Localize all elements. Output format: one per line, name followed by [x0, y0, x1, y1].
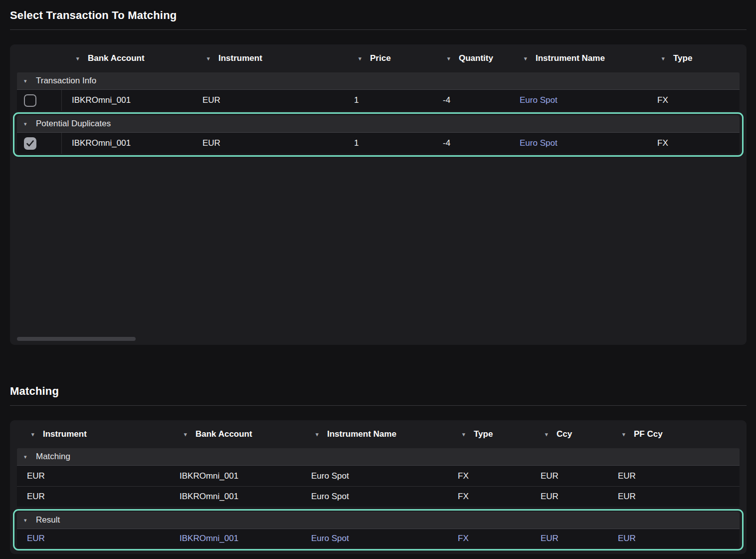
column-menu-arrow-icon[interactable]: ▾	[622, 432, 629, 437]
cell-ccy: EUR	[531, 492, 608, 502]
column-header-quantity[interactable]: ▾ Quantity	[433, 53, 510, 63]
column-menu-arrow-icon[interactable]: ▾	[207, 56, 213, 61]
section-title-select-transaction: Select Transaction To Matching	[10, 9, 747, 22]
cell-quantity: -4	[433, 95, 510, 105]
cell-bank-account: IBKROmni_001	[62, 138, 192, 148]
table-row-selected[interactable]: IBKROmni_001 EUR 1 -4 Euro Spot FX	[17, 133, 740, 154]
cell-instrument: EUR	[17, 534, 170, 544]
cell-ccy: EUR	[531, 471, 608, 481]
page: Select Transaction To Matching ▾ Bank Ac…	[0, 0, 756, 554]
cell-instrument: EUR	[192, 95, 344, 105]
cell-instrument: EUR	[192, 138, 344, 148]
column-header-pf-ccy[interactable]: ▾ PF Ccy	[608, 429, 742, 439]
transactions-table: ▾ Bank Account ▾ Instrument ▾ Price ▾ Qu…	[10, 44, 747, 345]
result-highlight: ▾ Result EUR IBKROmni_001 Euro Spot FX E…	[13, 509, 744, 551]
potential-duplicates-highlight: ▾ Potential Duplicates IBKROmni_001 EUR …	[13, 112, 744, 157]
column-header-label: PF Ccy	[634, 429, 663, 439]
cell-type: FX	[647, 95, 742, 105]
column-header-bank-account[interactable]: ▾ Bank Account	[62, 53, 192, 63]
column-header-label: Bank Account	[195, 429, 252, 439]
column-header-instrument[interactable]: ▾ Instrument	[17, 429, 170, 439]
column-menu-arrow-icon[interactable]: ▾	[184, 432, 190, 437]
column-header-instrument-name[interactable]: ▾ Instrument Name	[301, 429, 448, 439]
column-header-label: Instrument Name	[327, 429, 396, 439]
cell-price: 1	[344, 95, 433, 105]
column-menu-arrow-icon[interactable]: ▾	[31, 432, 38, 437]
cell-instrument: EUR	[17, 492, 170, 502]
cell-price: 1	[344, 138, 433, 148]
table-header-row: ▾ Bank Account ▾ Instrument ▾ Price ▾ Qu…	[17, 44, 740, 72]
group-collapse-icon[interactable]: ▾	[24, 454, 30, 460]
column-header-label: Price	[370, 53, 391, 63]
cell-instrument-name-link[interactable]: Euro Spot	[510, 95, 647, 105]
column-menu-arrow-icon[interactable]: ▾	[662, 56, 668, 61]
table-row[interactable]: IBKROmni_001 EUR 1 -4 Euro Spot FX	[17, 90, 740, 111]
cell-pf-ccy: EUR	[608, 471, 742, 481]
column-header-bank-account[interactable]: ▾ Bank Account	[170, 429, 301, 439]
column-header-label: Bank Account	[88, 53, 145, 63]
cell-type: FX	[448, 534, 531, 544]
column-menu-arrow-icon[interactable]: ▾	[359, 56, 365, 61]
cell-bank-account: IBKROmni_001	[170, 471, 301, 481]
column-header-instrument-name[interactable]: ▾ Instrument Name	[510, 53, 647, 63]
horizontal-scrollbar-thumb[interactable]	[17, 337, 136, 341]
column-header-label: Type	[474, 429, 493, 439]
cell-instrument-name: Euro Spot	[301, 534, 448, 544]
column-menu-arrow-icon[interactable]: ▾	[462, 432, 469, 437]
cell-bank-account: IBKROmni_001	[170, 534, 301, 544]
group-header-label: Result	[36, 515, 60, 525]
checkbox-cell	[17, 133, 62, 154]
row-checkbox-checked[interactable]	[24, 137, 36, 150]
column-menu-arrow-icon[interactable]: ▾	[447, 56, 454, 61]
column-header-label: Instrument	[218, 53, 262, 63]
cell-bank-account: IBKROmni_001	[62, 95, 192, 105]
table-header-row: ▾ Instrument ▾ Bank Account ▾ Instrument…	[17, 420, 740, 448]
cell-type: FX	[448, 492, 531, 502]
cell-pf-ccy: EUR	[608, 492, 742, 502]
group-collapse-icon[interactable]: ▾	[24, 518, 30, 523]
group-header-label: Transaction Info	[36, 76, 96, 86]
group-header-label: Matching	[36, 452, 70, 462]
cell-quantity: -4	[433, 138, 510, 148]
group-collapse-icon[interactable]: ▾	[24, 121, 30, 127]
select-transaction-section: Select Transaction To Matching ▾ Bank Ac…	[10, 9, 747, 345]
cell-instrument-name-link[interactable]: Euro Spot	[510, 138, 647, 148]
group-header-label: Potential Duplicates	[36, 119, 111, 129]
checkmark-icon	[26, 140, 34, 147]
group-header-matching[interactable]: ▾ Matching	[17, 448, 740, 466]
cell-pf-ccy: EUR	[608, 534, 742, 544]
checkbox-cell	[17, 90, 62, 111]
row-checkbox-unchecked[interactable]	[24, 94, 36, 107]
column-header-ccy[interactable]: ▾ Ccy	[531, 429, 608, 439]
table-row[interactable]: EUR IBKROmni_001 Euro Spot FX EUR EUR	[17, 466, 740, 486]
column-header-label: Instrument	[43, 429, 87, 439]
column-header-instrument[interactable]: ▾ Instrument	[192, 53, 344, 63]
column-menu-arrow-icon[interactable]: ▾	[316, 432, 322, 437]
cell-instrument-name: Euro Spot	[301, 471, 448, 481]
column-header-label: Instrument Name	[536, 53, 605, 63]
column-header-label: Type	[673, 53, 692, 63]
group-header-result[interactable]: ▾ Result	[17, 512, 740, 529]
column-header-label: Quantity	[459, 53, 493, 63]
result-row[interactable]: EUR IBKROmni_001 Euro Spot FX EUR EUR	[17, 529, 740, 548]
group-header-potential-duplicates[interactable]: ▾ Potential Duplicates	[17, 115, 740, 133]
column-header-label: Ccy	[557, 429, 572, 439]
matching-table: ▾ Instrument ▾ Bank Account ▾ Instrument…	[10, 420, 747, 554]
column-header-price[interactable]: ▾ Price	[344, 53, 433, 63]
cell-instrument-name: Euro Spot	[301, 492, 448, 502]
group-collapse-icon[interactable]: ▾	[24, 78, 30, 84]
column-menu-arrow-icon[interactable]: ▾	[524, 56, 531, 61]
column-menu-arrow-icon[interactable]: ▾	[76, 56, 83, 61]
cell-instrument: EUR	[17, 471, 170, 481]
column-header-type[interactable]: ▾ Type	[448, 429, 531, 439]
cell-type: FX	[647, 138, 742, 148]
table-row[interactable]: EUR IBKROmni_001 Euro Spot FX EUR EUR	[17, 486, 740, 507]
group-header-transaction-info[interactable]: ▾ Transaction Info	[17, 72, 740, 90]
column-menu-arrow-icon[interactable]: ▾	[545, 432, 552, 437]
column-header-type[interactable]: ▾ Type	[647, 53, 742, 63]
cell-bank-account: IBKROmni_001	[170, 492, 301, 502]
section-divider	[10, 29, 747, 30]
section-title-matching: Matching	[10, 385, 747, 398]
matching-section: Matching ▾ Instrument ▾ Bank Account ▾ I…	[10, 385, 747, 554]
cell-type: FX	[448, 471, 531, 481]
